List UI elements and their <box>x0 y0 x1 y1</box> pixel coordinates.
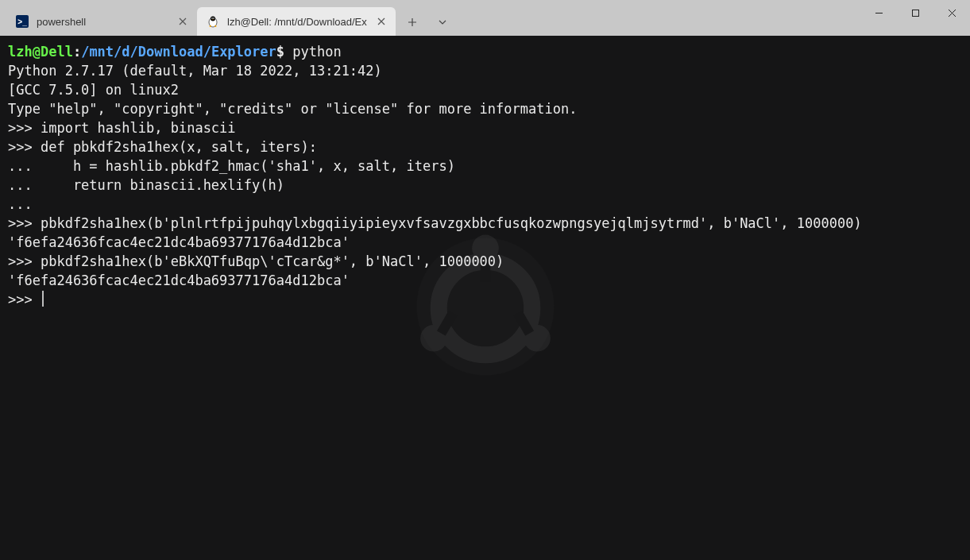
svg-point-3 <box>213 17 214 19</box>
output-line: ... return binascii.hexlify(h) <box>8 177 284 193</box>
tab-title: lzh@Dell: /mnt/d/Download/Ex <box>227 16 367 28</box>
prompt-colon: : <box>73 44 81 60</box>
output-line: [GCC 7.5.0] on linux2 <box>8 82 179 98</box>
output-line: ... <box>8 196 33 212</box>
output-line: 'f6efa24636fcac4ec21dc4ba69377176a4d12bc… <box>8 234 350 250</box>
window-controls <box>860 0 970 32</box>
svg-rect-4 <box>912 10 918 16</box>
output-line: >>> import hashlib, binascii <box>8 120 236 136</box>
minimize-button[interactable] <box>860 0 897 25</box>
svg-rect-10 <box>513 311 534 336</box>
tab-powershell[interactable]: >_ powershell <box>6 7 197 36</box>
close-icon[interactable] <box>375 15 388 28</box>
close-window-button[interactable] <box>933 0 970 25</box>
titlebar[interactable]: >_ powershell <box>0 0 970 36</box>
prompt-path: /mnt/d/Download/Explorer <box>81 44 276 60</box>
new-tab-button[interactable] <box>399 9 426 36</box>
terminal-output: lzh@Dell:/mnt/d/Download/Explorer$ pytho… <box>8 42 962 309</box>
terminal-pane[interactable]: lzh@Dell:/mnt/d/Download/Explorer$ pytho… <box>0 36 970 560</box>
output-line: ... h = hashlib.pbkdf2_hmac('sha1', x, s… <box>8 158 455 174</box>
repl-prompt: >>> <box>8 292 41 307</box>
output-line: >>> def pbkdf2sha1hex(x, salt, iters): <box>8 139 317 155</box>
tab-title: powershell <box>37 16 168 28</box>
prompt-command: python <box>292 44 341 60</box>
tab-strip: >_ powershell <box>0 0 456 36</box>
prompt-user: lzh@Dell <box>8 44 73 60</box>
prompt-dollar: $ <box>276 44 292 60</box>
terminal-window: >_ powershell <box>0 0 970 560</box>
svg-point-1 <box>211 17 215 21</box>
tab-dropdown-button[interactable] <box>429 9 456 36</box>
tab-linux[interactable]: lzh@Dell: /mnt/d/Download/Ex <box>197 7 396 36</box>
svg-point-7 <box>524 325 551 352</box>
close-icon[interactable] <box>176 15 189 28</box>
powershell-icon: >_ <box>16 15 29 28</box>
output-line: >>> pbkdf2sha1hex(b'plnlrtfpijpuhqylxbgq… <box>8 215 862 231</box>
svg-point-2 <box>211 17 212 19</box>
linux-icon <box>207 15 219 28</box>
svg-point-8 <box>420 325 447 352</box>
output-line: Python 2.7.17 (default, Mar 18 2022, 13:… <box>8 63 382 79</box>
svg-rect-11 <box>436 311 457 336</box>
maximize-button[interactable] <box>897 0 933 25</box>
cursor <box>42 291 44 307</box>
output-line: Type "help", "copyright", "credits" or "… <box>8 101 577 117</box>
output-line: >>> pbkdf2sha1hex(b'eBkXQTfuBqp\'cTcar&g… <box>8 253 504 269</box>
output-line: 'f6efa24636fcac4ec21dc4ba69377176a4d12bc… <box>8 272 350 288</box>
